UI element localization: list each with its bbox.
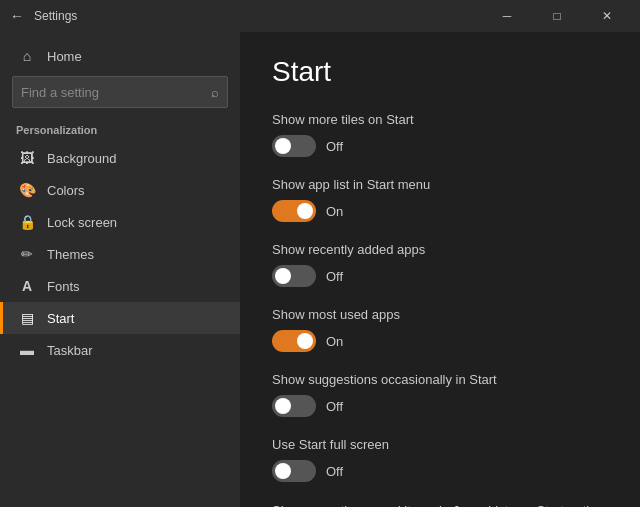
setting-show-recently-added: Show recently added apps Off — [272, 242, 608, 287]
setting-show-suggestions: Show suggestions occasionally in Start O… — [272, 372, 608, 417]
main-content: ⌂ Home ⌕ Personalization 🖼 Background 🎨 … — [0, 32, 640, 507]
start-icon: ▤ — [19, 310, 35, 326]
toggle-row-show-most-used: On — [272, 330, 608, 352]
setting-label-use-full-screen: Use Start full screen — [272, 437, 608, 452]
toggle-row-use-full-screen: Off — [272, 460, 608, 482]
back-button[interactable]: ← — [10, 8, 26, 24]
setting-label-show-most-used: Show most used apps — [272, 307, 608, 322]
sidebar-item-background[interactable]: 🖼 Background — [0, 142, 240, 174]
toggle-state-show-most-used: On — [326, 334, 343, 349]
sidebar-item-label-start: Start — [47, 311, 74, 326]
titlebar: ← Settings ─ □ ✕ — [0, 0, 640, 32]
setting-label-show-suggestions: Show suggestions occasionally in Start — [272, 372, 608, 387]
toggle-row-show-more-tiles: Off — [272, 135, 608, 157]
setting-label-show-app-list: Show app list in Start menu — [272, 177, 608, 192]
lock-screen-icon: 🔒 — [19, 214, 35, 230]
toggle-use-full-screen[interactable] — [272, 460, 316, 482]
toggle-show-app-list[interactable] — [272, 200, 316, 222]
titlebar-left: ← Settings — [10, 8, 77, 24]
sidebar-item-label-home: Home — [47, 49, 82, 64]
close-button[interactable]: ✕ — [584, 0, 630, 32]
toggle-show-most-used[interactable] — [272, 330, 316, 352]
toggle-row-show-recently-added: Off — [272, 265, 608, 287]
sidebar: ⌂ Home ⌕ Personalization 🖼 Background 🎨 … — [0, 32, 240, 507]
toggle-row-show-app-list: On — [272, 200, 608, 222]
setting-show-recently-opened: Show recently opened items in Jump Lists… — [272, 502, 608, 507]
toggle-state-use-full-screen: Off — [326, 464, 343, 479]
setting-show-more-tiles: Show more tiles on Start Off — [272, 112, 608, 157]
home-icon: ⌂ — [19, 48, 35, 64]
toggle-show-more-tiles[interactable] — [272, 135, 316, 157]
sidebar-item-taskbar[interactable]: ▬ Taskbar — [0, 334, 240, 366]
sidebar-item-colors[interactable]: 🎨 Colors — [0, 174, 240, 206]
toggle-show-recently-added[interactable] — [272, 265, 316, 287]
titlebar-title: Settings — [34, 9, 77, 23]
content-panel: Start Show more tiles on Start Off Show … — [240, 32, 640, 507]
setting-use-full-screen: Use Start full screen Off — [272, 437, 608, 482]
page-title: Start — [272, 56, 608, 88]
sidebar-item-label-colors: Colors — [47, 183, 85, 198]
setting-label-show-more-tiles: Show more tiles on Start — [272, 112, 608, 127]
sidebar-item-fonts[interactable]: A Fonts — [0, 270, 240, 302]
taskbar-icon: ▬ — [19, 342, 35, 358]
sidebar-search-box[interactable]: ⌕ — [12, 76, 228, 108]
titlebar-controls: ─ □ ✕ — [484, 0, 630, 32]
sidebar-item-themes[interactable]: ✏ Themes — [0, 238, 240, 270]
search-input[interactable] — [21, 85, 211, 100]
setting-show-app-list: Show app list in Start menu On — [272, 177, 608, 222]
sidebar-item-start[interactable]: ▤ Start — [0, 302, 240, 334]
fonts-icon: A — [19, 278, 35, 294]
sidebar-item-label-fonts: Fonts — [47, 279, 80, 294]
toggle-row-show-suggestions: Off — [272, 395, 608, 417]
toggle-show-suggestions[interactable] — [272, 395, 316, 417]
setting-label-show-recently-opened: Show recently opened items in Jump Lists… — [272, 502, 608, 507]
colors-icon: 🎨 — [19, 182, 35, 198]
setting-show-most-used: Show most used apps On — [272, 307, 608, 352]
setting-label-show-recently-added: Show recently added apps — [272, 242, 608, 257]
toggle-state-show-more-tiles: Off — [326, 139, 343, 154]
personalization-section-label: Personalization — [0, 120, 240, 140]
sidebar-item-label-background: Background — [47, 151, 116, 166]
maximize-button[interactable]: □ — [534, 0, 580, 32]
sidebar-item-label-themes: Themes — [47, 247, 94, 262]
themes-icon: ✏ — [19, 246, 35, 262]
toggle-state-show-suggestions: Off — [326, 399, 343, 414]
background-icon: 🖼 — [19, 150, 35, 166]
sidebar-item-label-lock-screen: Lock screen — [47, 215, 117, 230]
sidebar-item-label-taskbar: Taskbar — [47, 343, 93, 358]
sidebar-item-lock-screen[interactable]: 🔒 Lock screen — [0, 206, 240, 238]
toggle-state-show-recently-added: Off — [326, 269, 343, 284]
toggle-state-show-app-list: On — [326, 204, 343, 219]
minimize-button[interactable]: ─ — [484, 0, 530, 32]
search-icon: ⌕ — [211, 85, 219, 100]
sidebar-item-home[interactable]: ⌂ Home — [0, 40, 240, 72]
